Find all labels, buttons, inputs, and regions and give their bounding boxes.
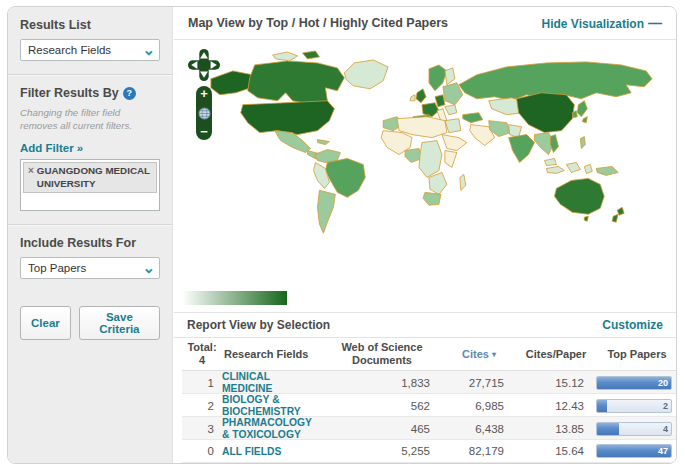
arctic-islands[interactable] [303, 51, 320, 59]
pan-center [190, 51, 197, 58]
cites-value: 6,985 [442, 400, 516, 412]
content-card: Results List Research Fields ⌄ Filter Re… [7, 6, 677, 464]
region-balkans[interactable] [445, 105, 457, 115]
research-field-link[interactable]: BIOLOGY & BIOCHEMISTRY [222, 394, 322, 417]
report-table: Total: 4 Research Fields Web of Science … [174, 338, 676, 463]
filter-chip[interactable]: × GUANGDONG MEDICAL UNIVERSITY [23, 162, 157, 192]
report-header: Report View by Selection Customize [174, 312, 676, 338]
country-malaysia[interactable] [544, 159, 556, 166]
column-header-cites-per-paper[interactable]: Cites/Paper [516, 348, 596, 361]
report-table-body: 1 CLINICAL MEDICINE 1,833 27,715 15.12 2… [182, 371, 676, 463]
table-row: 3 PHARMACOLOGY & TOXICOLOGY 465 6,438 13… [182, 417, 676, 440]
country-japan[interactable] [577, 101, 587, 117]
include-results-select[interactable]: Top Papers ⌄ [20, 257, 160, 279]
remove-filter-icon[interactable]: × [28, 165, 34, 177]
country-australia[interactable] [554, 178, 604, 214]
world-map-choropleth[interactable] [178, 43, 666, 277]
top-papers-bar: 2 [596, 399, 672, 413]
cites-per-paper-value: 15.64 [516, 445, 596, 457]
region-central-africa[interactable] [419, 141, 442, 178]
region-east-africa[interactable] [445, 151, 457, 168]
hide-visualization-link[interactable]: Hide Visualization— [542, 15, 662, 31]
region-southeast-africa[interactable] [429, 172, 447, 194]
zoom-in-button[interactable]: + [196, 87, 212, 101]
country-new-zealand[interactable] [612, 214, 618, 222]
zoom-out-button[interactable]: − [196, 125, 212, 139]
country-india[interactable] [509, 135, 535, 163]
top-papers-bar-cell: 20 [596, 376, 677, 390]
customize-link[interactable]: Customize [602, 318, 663, 332]
row-rank: 3 [182, 423, 222, 435]
cites-per-paper-value: 12.43 [516, 400, 596, 412]
country-usa[interactable] [241, 101, 335, 135]
country-japan[interactable] [582, 117, 587, 123]
help-icon[interactable]: ? [123, 87, 136, 100]
active-filters-box: × GUANGDONG MEDICAL UNIVERSITY [20, 159, 160, 211]
sidebar: Results List Research Fields ⌄ Filter Re… [8, 7, 173, 463]
save-criteria-button[interactable]: Save Criteria [79, 306, 160, 340]
country-canada[interactable] [248, 61, 345, 105]
top-papers-bar-fill [597, 423, 619, 435]
region-tasmania[interactable] [584, 216, 588, 221]
research-field-link[interactable]: PHARMACOLOGY & TOXICOLOGY [222, 417, 322, 440]
sort-descending-icon: ▾ [492, 350, 496, 359]
column-header-research-fields[interactable]: Research Fields [222, 348, 322, 361]
top-papers-bar-fill [597, 400, 607, 412]
include-results-label: Include Results For [20, 236, 160, 250]
research-field-link[interactable]: ALL FIELDS [222, 446, 322, 458]
country-indonesia[interactable] [584, 164, 592, 173]
country-mexico[interactable] [275, 131, 311, 153]
table-row: 0 ALL FIELDS 5,255 82,179 15.64 47 [182, 440, 676, 463]
wos-documents-value: 562 [322, 400, 442, 412]
add-filter-link[interactable]: Add Filter » [20, 142, 83, 154]
country-philippines[interactable] [580, 137, 585, 149]
globe-icon[interactable] [198, 107, 211, 120]
country-indonesia[interactable] [546, 166, 564, 173]
map-header: Map View by Top / Hot / Highly Cited Pap… [174, 7, 676, 40]
chevron-down-icon: ⌄ [142, 258, 155, 278]
country-papua-new-guinea[interactable] [596, 166, 618, 175]
country-madagascar[interactable] [460, 174, 466, 190]
country-egypt[interactable] [445, 119, 461, 133]
arctic-islands[interactable] [273, 52, 298, 61]
wos-documents-value: 5,255 [322, 445, 442, 457]
country-ireland[interactable] [410, 95, 415, 101]
region-chile-argentina[interactable] [317, 190, 335, 233]
results-list-label: Results List [20, 18, 160, 32]
filter-hint-text: Changing the filter field removes all cu… [20, 107, 160, 132]
country-china[interactable] [517, 93, 575, 133]
top-papers-bar: 4 [596, 422, 672, 436]
wos-documents-value: 465 [322, 423, 442, 435]
country-cuba[interactable] [317, 140, 329, 145]
top-papers-value: 4 [663, 424, 668, 434]
country-finland[interactable] [445, 68, 455, 85]
top-papers-value: 20 [658, 378, 668, 388]
research-field-link[interactable]: CLINICAL MEDICINE [222, 371, 322, 394]
row-rank: 1 [182, 377, 222, 389]
top-papers-bar-cell: 4 [596, 422, 677, 436]
country-south-africa[interactable] [423, 192, 441, 205]
filter-chip-label: GUANGDONG MEDICAL UNIVERSITY [37, 165, 152, 189]
column-header-wos-documents[interactable]: Web of Science Documents [322, 341, 442, 367]
choropleth-color-legend [182, 291, 287, 305]
country-vietnam[interactable] [550, 135, 558, 153]
column-header-cites-sorted[interactable]: Cites ▾ [442, 348, 516, 361]
country-greenland[interactable] [344, 60, 388, 89]
country-turkey[interactable] [463, 113, 483, 123]
clear-button[interactable]: Clear [20, 306, 71, 340]
wos-documents-value: 1,833 [322, 377, 442, 389]
results-list-select[interactable]: Research Fields ⌄ [20, 39, 160, 61]
country-france[interactable] [422, 103, 439, 117]
column-header-top-papers[interactable]: Top Papers [596, 348, 677, 361]
report-table-header: Total: 4 Research Fields Web of Science … [182, 338, 676, 371]
map-pan-control[interactable] [187, 48, 221, 82]
report-view-title: Report View by Selection [187, 318, 330, 332]
country-brazil[interactable] [325, 159, 365, 198]
region-horn-of-africa[interactable] [442, 135, 467, 151]
top-papers-bar-cell: 47 [596, 444, 677, 458]
country-uk[interactable] [416, 89, 426, 103]
country-indonesia[interactable] [566, 162, 580, 172]
table-row: 2 BIOLOGY & BIOCHEMISTRY 562 6,985 12.43… [182, 394, 676, 417]
cites-value: 82,179 [442, 445, 516, 457]
cites-per-paper-value: 15.12 [516, 377, 596, 389]
